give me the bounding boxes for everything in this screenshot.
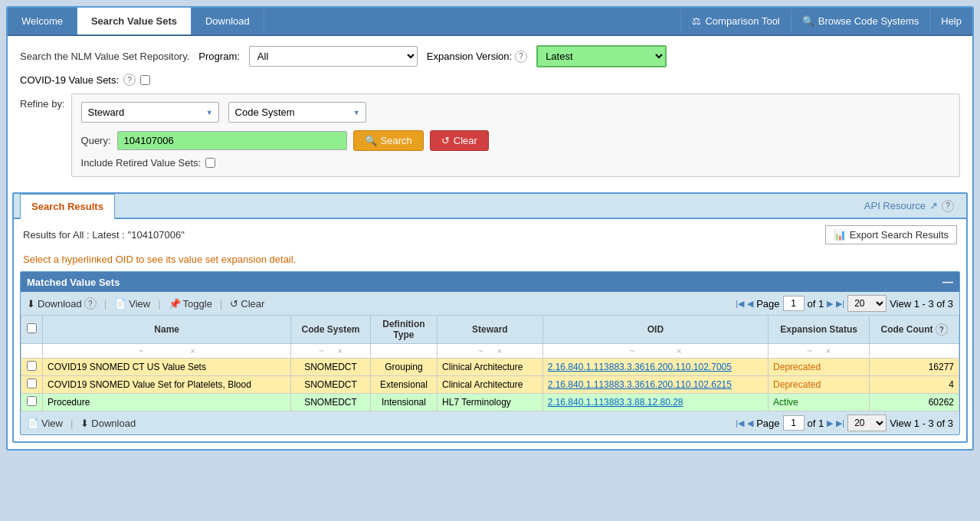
bottom-download-btn[interactable]: ⬇ Download [80, 418, 136, 429]
clear-button[interactable]: ↺ Clear [430, 130, 489, 151]
bottom-page-input[interactable] [783, 415, 805, 431]
download-help-icon[interactable]: ? [84, 297, 97, 310]
bottom-page-next-btn[interactable]: ▶ [827, 418, 833, 428]
row-checkbox[interactable] [27, 378, 37, 388]
top-nav: Welcome Search Value Sets Download ⚖ Com… [8, 8, 972, 36]
row-oid: 2.16.840.1.113883.3.88.12.80.28 [542, 394, 768, 411]
row-name: Procedure [43, 394, 291, 411]
row-code-count: 4 [870, 376, 959, 394]
top-pagination: |◀ ◀ Page of 1 ▶ ▶| 20 50 100 View 1 - 3… [736, 295, 953, 312]
retired-checkbox[interactable] [205, 158, 215, 168]
row-code-system: SNOMEDCT [291, 359, 371, 376]
page-input[interactable] [783, 296, 805, 311]
excel-icon: 📊 [834, 229, 846, 241]
covid-row: COVID-19 Value Sets: ? [20, 74, 960, 86]
bottom-page-first-btn[interactable]: |◀ [736, 418, 744, 428]
page-next-btn[interactable]: ▶ [827, 299, 833, 309]
nav-right: ⚖ Comparison Tool 🔍 Browse Code Systems … [680, 9, 972, 33]
bottom-page-prev-btn[interactable]: ◀ [747, 418, 753, 428]
steward-select[interactable]: Steward Clinical Architecture HL7 Termin… [81, 102, 219, 123]
results-table: Name Code System DefinitionType Steward … [21, 315, 959, 411]
expansion-select[interactable]: Latest 2023 2022 [536, 45, 667, 67]
row-expansion-status: Active [769, 394, 870, 411]
oid-link[interactable]: 2.16.840.1.113883.3.3616.200.110.102.621… [548, 379, 732, 390]
row-definition-type: Intensional [370, 394, 437, 411]
row-steward: Clinical Architecture [438, 359, 543, 376]
search-results-tab[interactable]: Search Results [20, 194, 115, 219]
query-label: Query: [81, 135, 111, 146]
code-count-help-icon[interactable]: ? [936, 323, 948, 336]
results-for-text: Results for All : Latest : "104107006" [23, 229, 185, 241]
tab-download[interactable]: Download [192, 8, 264, 34]
collapse-button[interactable]: — [942, 276, 953, 288]
col-steward: Steward [438, 316, 543, 344]
query-input[interactable] [117, 131, 347, 150]
tab-welcome[interactable]: Welcome [8, 8, 77, 34]
results-header: Results for All : Latest : "104107006" 📊… [14, 219, 966, 251]
bottom-view-btn[interactable]: 📄 View [27, 418, 63, 429]
refine-dropdowns: Steward Clinical Architecture HL7 Termin… [81, 102, 950, 123]
search-icon: 🔍 [365, 135, 377, 146]
row-code-system: SNOMEDCT [291, 376, 371, 394]
table-row: COVID19 SNOMED Value Set for Platelets, … [21, 376, 959, 394]
col-oid: OID [542, 316, 768, 344]
row-oid: 2.16.840.1.113883.3.3616.200.110.102.621… [542, 376, 768, 394]
bottom-page-last-btn[interactable]: ▶| [836, 418, 844, 428]
comparison-tool-button[interactable]: ⚖ Comparison Tool [680, 9, 790, 33]
code-system-select[interactable]: Code System SNOMEDCT ICD10CM [228, 102, 366, 123]
table-header-bar: Matched Value Sets — [21, 272, 959, 292]
table-row: COVID19 SNOMED CT US Value Sets SNOMEDCT… [21, 359, 959, 376]
row-checkbox-cell [21, 376, 43, 394]
covid-help-icon[interactable]: ? [123, 74, 136, 86]
expansion-help-icon[interactable]: ? [515, 51, 527, 63]
search-button[interactable]: 🔍 Search [353, 130, 424, 151]
code-system-select-wrap: Code System SNOMEDCT ICD10CM [228, 102, 366, 123]
page-prev-btn[interactable]: ◀ [747, 299, 753, 309]
row-checkbox[interactable] [27, 361, 37, 371]
row-definition-type: Extensional [370, 376, 437, 394]
toolbar-download-btn[interactable]: ⬇ Download ? [27, 297, 97, 310]
per-page-select[interactable]: 20 50 100 [847, 295, 887, 312]
api-resource-button[interactable]: API Resource ↗ ? [858, 195, 960, 217]
browse-code-systems-button[interactable]: 🔍 Browse Code Systems [791, 9, 930, 33]
results-tabs: Search Results API Resource ↗ ? [14, 194, 966, 219]
view-count: View 1 - 3 of 3 [890, 298, 953, 310]
row-steward: HL7 Terminology [438, 394, 543, 411]
api-help-icon[interactable]: ? [942, 200, 954, 212]
bottom-toolbar: 📄 View | ⬇ Download |◀ ◀ Page of 1 ▶ ▶| [21, 411, 959, 434]
oid-link[interactable]: 2.16.840.1.113883.3.88.12.80.28 [548, 397, 683, 408]
row-code-count: 60262 [870, 394, 959, 411]
expansion-label-group: Expansion Version: ? [427, 51, 527, 63]
help-button[interactable]: Help [929, 9, 972, 33]
toolbar-view-btn[interactable]: 📄 View [114, 298, 150, 310]
row-checkbox[interactable] [27, 396, 37, 406]
tab-search-value-sets[interactable]: Search Value Sets [77, 8, 192, 34]
toolbar-toggle-btn[interactable]: 📌 Toggle [169, 298, 212, 310]
row-expansion-status: Deprecated [769, 376, 870, 394]
matched-value-sets-table-container: Matched Value Sets — ⬇ Download ? | 📄 Vi… [20, 271, 960, 435]
page-first-btn[interactable]: |◀ [736, 299, 744, 309]
toolbar-clear-btn[interactable]: ↺ Clear [230, 298, 264, 310]
reset-icon: ↺ [230, 298, 238, 310]
oid-link[interactable]: 2.16.840.1.113883.3.3616.200.110.102.700… [548, 362, 732, 372]
refine-row: Refine by: Steward Clinical Architecture… [20, 93, 960, 177]
search-row1: Search the NLM Value Set Repository. Pro… [20, 45, 960, 67]
row-oid: 2.16.840.1.113883.3.3616.200.110.102.700… [542, 359, 768, 376]
select-all-checkbox[interactable] [27, 323, 37, 333]
covid-checkbox[interactable] [140, 75, 150, 85]
select-oid-message: Select a hyperlinked OID to see its valu… [14, 251, 966, 271]
page-last-btn[interactable]: ▶| [836, 299, 844, 309]
download-icon: ⬇ [27, 298, 35, 310]
program-select[interactable]: All CMS NLM ONC [249, 46, 418, 67]
pin-icon: 📌 [169, 298, 181, 310]
bottom-page-label: Page [756, 418, 779, 429]
search-description: Search the NLM Value Set Repository. [20, 51, 189, 62]
retired-row: Include Retired Value Sets: [81, 157, 950, 169]
query-row: Query: 🔍 Search ↺ Clear [81, 130, 950, 151]
row-definition-type: Grouping [370, 359, 437, 376]
col-code-count: Code Count ? [870, 316, 959, 344]
export-button[interactable]: 📊 Export Search Results [825, 225, 957, 244]
bottom-per-page-select[interactable]: 20 50 100 [847, 415, 887, 431]
browse-icon: 🔍 [802, 15, 814, 27]
col-checkbox [21, 316, 43, 344]
